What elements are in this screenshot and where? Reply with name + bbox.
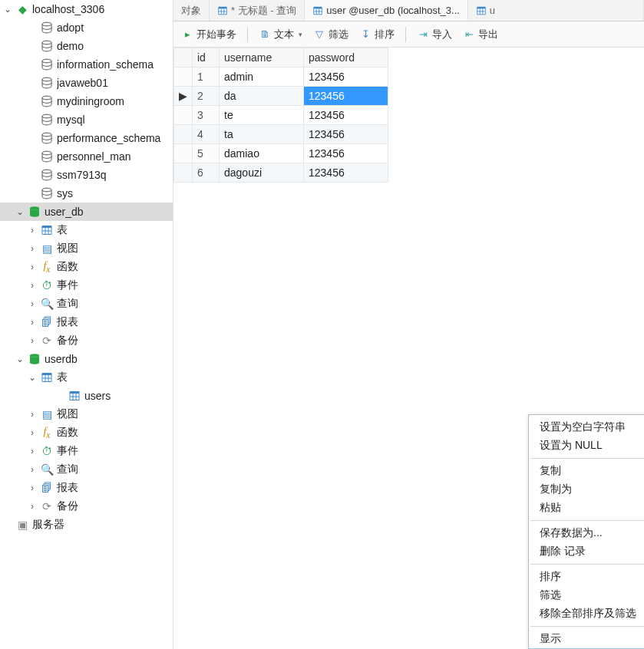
db-node[interactable]: › mydiningroom	[0, 92, 173, 110]
chevron-right-icon: ›	[28, 298, 37, 309]
db-node[interactable]: › information_schema	[0, 55, 173, 74]
tree-child[interactable]: › fx 函数	[0, 258, 173, 276]
db-node[interactable]: › mysql	[0, 110, 173, 129]
cell-id[interactable]: 6	[193, 163, 220, 183]
btn-label: 导入	[432, 28, 452, 41]
cell-id[interactable]: 4	[193, 125, 220, 144]
cell-username[interactable]: da	[220, 87, 304, 106]
import-button[interactable]: ⇥ 导入	[417, 28, 452, 41]
cell-id[interactable]: 5	[193, 144, 220, 163]
tree-child[interactable]: › 🗐 报表	[0, 313, 173, 331]
menu-item[interactable]: 设置为 NULL	[529, 437, 644, 455]
menu-item[interactable]: 删除 记录	[529, 542, 644, 561]
context-menu[interactable]: 设置为空白字符串设置为 NULL复制复制为▶粘贴保存数据为...删除 记录排序▶…	[528, 414, 644, 649]
node-label: 备份	[57, 499, 173, 513]
tab-label: 对象	[181, 4, 201, 18]
menu-item[interactable]: 复制	[529, 462, 644, 480]
tree-child[interactable]: › ▤ 视图	[0, 405, 173, 423]
begin-transaction-button[interactable]: ▸ 开始事务	[181, 28, 236, 41]
tree-child[interactable]: › ⟳ 备份	[0, 331, 173, 350]
tab-query-untitled[interactable]: * 无标题 - 查询	[210, 0, 305, 21]
database-icon	[40, 21, 54, 35]
table-row[interactable]: 6 dagouzi 123456	[174, 163, 388, 183]
btn-label: 文本	[274, 28, 294, 41]
sort-button[interactable]: ↧ 排序	[359, 28, 395, 41]
cell-username[interactable]: te	[220, 106, 304, 125]
tree-child[interactable]: › fx 函数	[0, 423, 173, 442]
servers-node[interactable]: › ▣ 服务器	[0, 516, 173, 534]
tree-child[interactable]: › ▤ 视图	[0, 239, 173, 258]
tree-child[interactable]: › ⏱ 事件	[0, 442, 173, 460]
db-node[interactable]: › adopt	[0, 18, 173, 37]
db-node-userdb[interactable]: ⌄ userdb	[0, 350, 173, 368]
tab-overflow[interactable]: u	[468, 0, 644, 21]
database-icon	[40, 76, 54, 90]
table-row[interactable]: 5 damiao 123456	[174, 144, 388, 163]
cell-username[interactable]: dagouzi	[220, 163, 304, 183]
menu-item[interactable]: 移除全部排序及筛选	[529, 605, 644, 623]
tab-objects[interactable]: 对象	[173, 0, 210, 21]
menu-item[interactable]: 复制为▶	[529, 480, 644, 499]
table-row[interactable]: 4 ta 123456	[174, 125, 388, 144]
text-dropdown[interactable]: 🗎 文本	[259, 28, 302, 41]
cell-password[interactable]: 123456	[304, 163, 388, 183]
cell-id[interactable]: 3	[193, 106, 220, 125]
cell-password[interactable]: 123456	[304, 106, 388, 125]
cell-id[interactable]: 2	[193, 87, 220, 106]
node-icon: 🔍	[40, 297, 54, 311]
col-id-header[interactable]: id	[193, 48, 220, 68]
connection-icon: ◆	[15, 2, 29, 16]
database-open-icon	[28, 352, 41, 366]
db-node[interactable]: › javaweb01	[0, 74, 173, 92]
table-row[interactable]: 1 admin 123456	[174, 68, 388, 87]
db-tree: ⌄ ◆ localhost_3306 › adopt › demo › info…	[0, 0, 173, 534]
menu-item-label: 删除 记录	[540, 545, 586, 558]
tree-child[interactable]: › 表	[0, 221, 173, 239]
servers-label: 服务器	[32, 518, 173, 532]
chevron-right-icon: ›	[28, 317, 37, 328]
tables-node[interactable]: ⌄ 表	[0, 368, 173, 387]
play-icon: ▸	[181, 28, 193, 41]
cell-password[interactable]: 123456	[304, 144, 388, 163]
connection-node[interactable]: ⌄ ◆ localhost_3306	[0, 0, 173, 18]
cell-password[interactable]: 123456	[304, 68, 388, 87]
tree-child[interactable]: › 🔍 查询	[0, 460, 173, 479]
menu-item[interactable]: 筛选▶	[529, 586, 644, 605]
cell-username[interactable]: admin	[220, 68, 304, 87]
cell-username[interactable]: damiao	[220, 144, 304, 163]
tab-label: u	[490, 5, 495, 16]
menu-separator	[530, 520, 644, 521]
db-node[interactable]: › sys	[0, 184, 173, 203]
col-password-header[interactable]: password	[304, 48, 388, 68]
menu-item-label: 设置为 NULL	[540, 439, 603, 453]
table-row[interactable]: ▶ 2 da 123456	[174, 87, 388, 106]
tree-child[interactable]: › 🔍 查询	[0, 295, 173, 313]
tree-child[interactable]: › 🗐 报表	[0, 479, 173, 497]
cell-password[interactable]: 123456	[304, 87, 388, 106]
data-grid[interactable]: id username password 1 admin 123456 ▶ 2 …	[173, 48, 388, 183]
export-button[interactable]: ⇤ 导出	[463, 28, 498, 41]
cell-password[interactable]: 123456	[304, 125, 388, 144]
table-item-users[interactable]: › users	[0, 387, 173, 405]
tab-label: user @user_db (localhost_3...	[326, 5, 460, 16]
menu-item[interactable]: 排序▶	[529, 568, 644, 586]
db-node[interactable]: › demo	[0, 37, 173, 55]
tree-child[interactable]: › ⏱ 事件	[0, 276, 173, 295]
menu-item[interactable]: 粘贴	[529, 499, 644, 517]
db-label: information_schema	[57, 58, 173, 71]
menu-item[interactable]: 保存数据为...	[529, 524, 644, 542]
db-node[interactable]: › ssm7913q	[0, 166, 173, 184]
menu-item[interactable]: 设置为空白字符串	[529, 418, 644, 437]
db-node[interactable]: › personnel_man	[0, 147, 173, 166]
table-row[interactable]: 3 te 123456	[174, 106, 388, 125]
db-node-user_db[interactable]: ⌄ user_db	[0, 203, 173, 221]
menu-item[interactable]: 显示▶	[529, 630, 644, 648]
db-node[interactable]: › performance_schema	[0, 129, 173, 147]
filter-button[interactable]: ▽ 筛选	[313, 28, 348, 41]
cell-id[interactable]: 1	[193, 68, 220, 87]
tree-child[interactable]: › ⟳ 备份	[0, 497, 173, 516]
cell-username[interactable]: ta	[220, 125, 304, 144]
sort-icon: ↧	[359, 28, 372, 41]
col-username-header[interactable]: username	[220, 48, 304, 68]
tab-user-table[interactable]: user @user_db (localhost_3...	[305, 0, 468, 21]
